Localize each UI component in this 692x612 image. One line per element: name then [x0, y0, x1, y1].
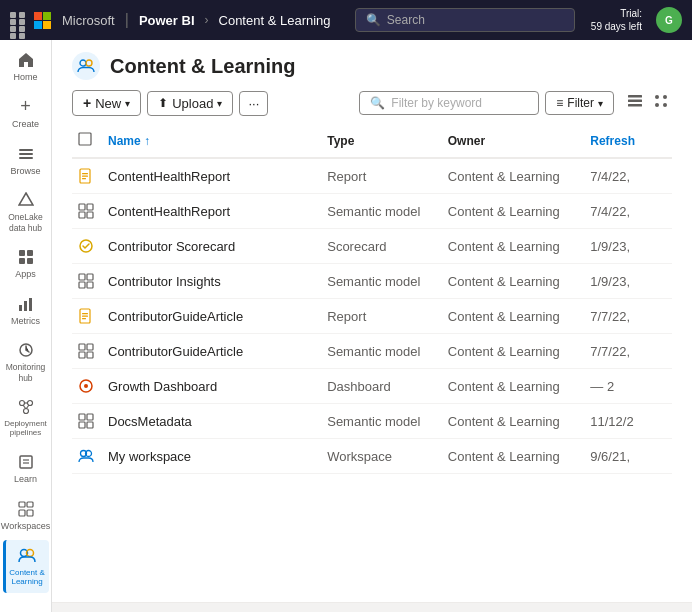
row-name-cell: Growth Dashboard	[102, 369, 321, 404]
table-row[interactable]: Contributor Scorecard Scorecard Content …	[72, 229, 672, 264]
svg-rect-51	[82, 313, 88, 314]
row-name-cell: DocsMetadata	[102, 404, 321, 439]
sidebar-item-metrics[interactable]: Metrics	[3, 288, 49, 333]
filter-icon: 🔍	[370, 96, 385, 110]
table-row[interactable]: ContributorGuideArticle Semantic model C…	[72, 334, 672, 369]
page-header: Content & Learning	[52, 40, 692, 86]
more-options-button[interactable]: ···	[239, 91, 268, 116]
list-view-button[interactable]	[624, 90, 646, 116]
upload-button[interactable]: ⬆ Upload ▾	[147, 91, 233, 116]
sidebar-item-content-learning[interactable]: Content &Learning	[3, 540, 49, 593]
sidebar-item-create[interactable]: + Create	[3, 91, 49, 136]
row-refresh-cell: 9/6/21,	[584, 439, 672, 474]
svg-rect-6	[19, 258, 25, 264]
col-refresh-header[interactable]: Refresh	[584, 124, 672, 158]
trial-badge: Trial: 59 days left	[591, 7, 642, 33]
brand-label: Microsoft	[62, 13, 115, 28]
svg-rect-43	[79, 212, 85, 218]
powerbi-label: Power BI	[139, 13, 195, 28]
plus-icon: +	[83, 95, 91, 111]
row-type-cell: Report	[321, 158, 442, 194]
grid-view-button[interactable]	[650, 90, 672, 116]
svg-rect-30	[628, 100, 642, 103]
svg-point-28	[86, 60, 92, 66]
sidebar-item-browse[interactable]: Browse	[3, 138, 49, 183]
svg-rect-62	[79, 422, 85, 428]
col-type-header[interactable]: Type	[321, 124, 442, 158]
svg-rect-29	[628, 95, 642, 98]
col-owner-header[interactable]: Owner	[442, 124, 585, 158]
row-owner-cell: Content & Learning	[442, 439, 585, 474]
microsoft-logo	[34, 12, 50, 28]
avatar[interactable]: G	[656, 7, 682, 33]
sidebar-onelake-label: OneLakedata hub	[8, 212, 43, 232]
metrics-icon	[16, 294, 36, 314]
table-row[interactable]: Contributor Insights Semantic model Cont…	[72, 264, 672, 299]
filter-keyword-input[interactable]: 🔍 Filter by keyword	[359, 91, 539, 115]
sidebar-item-onelake[interactable]: OneLakedata hub	[3, 184, 49, 238]
svg-rect-23	[19, 510, 25, 516]
svg-rect-57	[87, 352, 93, 358]
sidebar-item-apps[interactable]: Apps	[3, 241, 49, 286]
row-owner-cell: Content & Learning	[442, 158, 585, 194]
svg-point-12	[19, 400, 24, 405]
table-row[interactable]: ContentHealthReport Report Content & Lea…	[72, 158, 672, 194]
table-row[interactable]: My workspace Workspace Content & Learnin…	[72, 439, 672, 474]
svg-rect-54	[79, 344, 85, 350]
filter-lines-icon: ≡	[556, 96, 563, 110]
sidebar-monitoring-label: Monitoringhub	[6, 362, 46, 382]
svg-rect-7	[27, 258, 33, 264]
row-refresh-cell: — 2	[584, 369, 672, 404]
svg-rect-42	[87, 204, 93, 210]
row-type-cell: Semantic model	[321, 334, 442, 369]
table-row[interactable]: Growth Dashboard Dashboard Content & Lea…	[72, 369, 672, 404]
new-button[interactable]: + New ▾	[72, 90, 141, 116]
svg-rect-61	[87, 414, 93, 420]
chevron-down-icon: ▾	[125, 98, 130, 109]
home-icon	[16, 50, 36, 70]
row-refresh-cell: 7/4/22,	[584, 194, 672, 229]
page-title: Content & Learning	[110, 55, 296, 78]
row-icon-cell	[72, 334, 102, 369]
sidebar-item-workspaces[interactable]: Workspaces	[3, 493, 49, 538]
nav-divider: |	[125, 11, 129, 29]
search-input[interactable]	[387, 13, 564, 27]
workspaces-icon	[16, 499, 36, 519]
svg-rect-49	[87, 282, 93, 288]
svg-rect-60	[79, 414, 85, 420]
svg-point-13	[27, 400, 32, 405]
svg-rect-5	[27, 250, 33, 256]
learn-icon	[16, 452, 36, 472]
search-box[interactable]: 🔍	[355, 8, 575, 32]
row-owner-cell: Content & Learning	[442, 404, 585, 439]
sidebar-item-home[interactable]: Home	[3, 44, 49, 89]
table-row[interactable]: ContributorGuideArticle Report Content &…	[72, 299, 672, 334]
filter-button[interactable]: ≡ Filter ▾	[545, 91, 614, 115]
monitoring-icon	[16, 340, 36, 360]
row-icon-cell	[72, 158, 102, 194]
content-table: Name ↑ Type Owner Refresh ContentHealthR…	[52, 124, 692, 602]
row-name-cell: ContentHealthReport	[102, 194, 321, 229]
workspace-label[interactable]: Content & Learning	[219, 13, 331, 28]
svg-rect-40	[82, 178, 86, 179]
sidebar-item-learn[interactable]: Learn	[3, 446, 49, 491]
row-type-cell: Semantic model	[321, 194, 442, 229]
sidebar-item-monitoring[interactable]: Monitoringhub	[3, 334, 49, 388]
table-row[interactable]: DocsMetadata Semantic model Content & Le…	[72, 404, 672, 439]
svg-rect-52	[82, 316, 88, 317]
chevron-down-icon2: ▾	[217, 98, 222, 109]
table-row[interactable]: ContentHealthReport Semantic model Conte…	[72, 194, 672, 229]
svg-point-14	[23, 408, 28, 413]
bottom-scrollbar[interactable]	[52, 602, 692, 612]
svg-point-32	[655, 95, 659, 99]
row-icon-cell	[72, 439, 102, 474]
row-type-cell: Dashboard	[321, 369, 442, 404]
sidebar-home-label: Home	[13, 72, 37, 83]
sidebar-workspaces-label: Workspaces	[1, 521, 50, 532]
col-name-header[interactable]: Name ↑	[102, 124, 321, 158]
apps-icon	[16, 247, 36, 267]
row-icon-cell	[72, 229, 102, 264]
page-workspace-icon	[72, 52, 100, 80]
waffle-menu[interactable]	[10, 12, 26, 28]
sidebar-item-deployment[interactable]: Deploymentpipelines	[3, 391, 49, 444]
